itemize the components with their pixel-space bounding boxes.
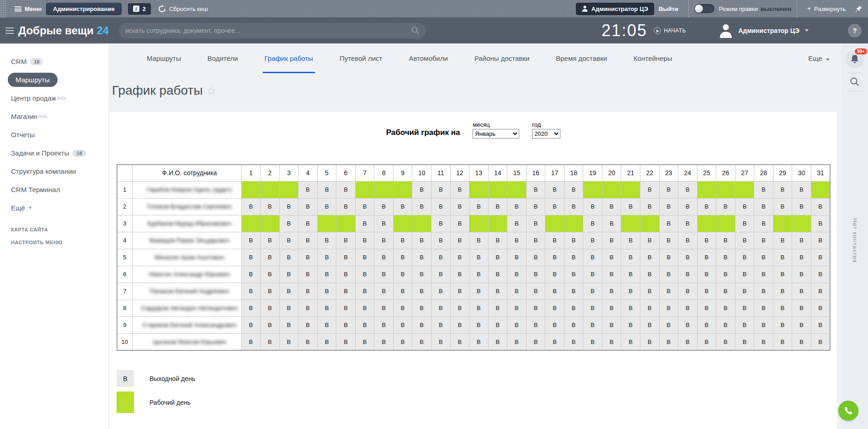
day-cell-off[interactable]: В: [564, 232, 583, 249]
day-cell-off[interactable]: В: [754, 283, 773, 300]
sidebar-item-отчеты[interactable]: Отчеты: [11, 128, 35, 142]
logout-button[interactable]: Выйти: [659, 5, 678, 12]
day-cell-off[interactable]: В: [678, 249, 698, 266]
day-cell-off[interactable]: В: [279, 333, 298, 350]
sidebar-item-магазин[interactable]: Магазинbeta: [11, 109, 47, 123]
day-cell-off[interactable]: В: [507, 316, 527, 333]
day-cell-off[interactable]: В: [450, 283, 469, 300]
day-cell-off[interactable]: В: [754, 333, 773, 350]
day-cell-off[interactable]: В: [583, 300, 602, 316]
day-cell-off[interactable]: В: [374, 283, 394, 300]
day-cell-off[interactable]: В: [659, 266, 678, 283]
notifications-button[interactable]: 99+: [846, 50, 864, 68]
day-cell-off[interactable]: В: [261, 333, 280, 350]
day-cell-off[interactable]: В: [716, 316, 735, 333]
day-cell-off[interactable]: В: [317, 316, 336, 333]
day-cell-off[interactable]: В: [545, 316, 564, 333]
day-cell-off[interactable]: В: [792, 316, 811, 333]
day-cell-off[interactable]: В: [640, 333, 659, 350]
day-cell-off[interactable]: В: [526, 181, 545, 198]
day-cell-off[interactable]: В: [431, 249, 450, 266]
day-cell-work[interactable]: [469, 181, 489, 198]
day-cell-off[interactable]: В: [792, 300, 811, 316]
day-cell-off[interactable]: В: [792, 181, 811, 198]
sidebar-item-центр-продаж[interactable]: Центр продажbeta: [11, 91, 66, 105]
day-cell-off[interactable]: В: [583, 198, 602, 215]
day-cell-off[interactable]: В: [393, 249, 412, 266]
day-cell-work[interactable]: [241, 215, 261, 232]
day-cell-off[interactable]: В: [583, 316, 602, 333]
day-cell-off[interactable]: В: [659, 283, 678, 300]
day-cell-off[interactable]: В: [450, 249, 469, 266]
day-cell-off[interactable]: В: [450, 181, 469, 198]
day-cell-off[interactable]: В: [469, 249, 489, 266]
tab-путевой-лист[interactable]: Путевой лист: [340, 54, 383, 73]
day-cell-off[interactable]: В: [526, 283, 545, 300]
day-cell-off[interactable]: В: [355, 266, 374, 283]
day-cell-off[interactable]: В: [298, 283, 318, 300]
day-cell-work[interactable]: [412, 215, 431, 232]
day-cell-off[interactable]: В: [450, 266, 469, 283]
day-cell-off[interactable]: В: [773, 249, 792, 266]
day-cell-off[interactable]: В: [545, 333, 564, 350]
day-cell-off[interactable]: В: [393, 283, 412, 300]
global-search[interactable]: [119, 23, 426, 38]
day-cell-off[interactable]: В: [450, 215, 469, 232]
day-cell-off[interactable]: В: [621, 333, 640, 350]
drag-handle[interactable]: [0, 0, 6, 17]
day-cell-off[interactable]: В: [640, 181, 659, 198]
tab-more[interactable]: Еще: [808, 54, 830, 73]
day-cell-off[interactable]: В: [488, 232, 507, 249]
day-cell-off[interactable]: В: [393, 266, 412, 283]
day-cell-off[interactable]: В: [336, 300, 356, 316]
day-cell-off[interactable]: В: [697, 283, 716, 300]
sidebar-item-crm-терминал[interactable]: CRM Терминал: [11, 182, 60, 197]
day-cell-off[interactable]: В: [355, 232, 374, 249]
day-cell-off[interactable]: В: [564, 198, 583, 215]
admin-user-button[interactable]: Администратор ЦЭ: [576, 3, 654, 15]
day-cell-off[interactable]: В: [602, 232, 621, 249]
day-cell-off[interactable]: В: [659, 181, 678, 198]
day-cell-off[interactable]: В: [564, 266, 583, 283]
day-cell-work[interactable]: [545, 215, 564, 232]
day-cell-off[interactable]: В: [279, 232, 298, 249]
day-cell-off[interactable]: В: [735, 316, 754, 333]
day-cell-off[interactable]: В: [374, 333, 394, 350]
day-cell-off[interactable]: В: [716, 300, 735, 316]
day-cell-off[interactable]: В: [431, 215, 450, 232]
day-cell-off[interactable]: В: [545, 300, 564, 316]
sidebar-footer-link[interactable]: НАСТРОИТЬ МЕНЮ: [11, 240, 108, 245]
sidebar-footer-link[interactable]: КАРТА САЙТА: [11, 227, 108, 232]
day-cell-off[interactable]: В: [773, 181, 792, 198]
day-cell-off[interactable]: В: [507, 249, 527, 266]
day-cell-off[interactable]: В: [602, 198, 621, 215]
day-cell-off[interactable]: В: [621, 283, 640, 300]
day-cell-off[interactable]: В: [659, 215, 678, 232]
day-cell-work[interactable]: [261, 215, 280, 232]
day-cell-off[interactable]: В: [811, 300, 830, 316]
day-cell-off[interactable]: В: [298, 232, 318, 249]
pin-icon[interactable]: [855, 5, 863, 13]
expand-button[interactable]: Развернуть: [807, 5, 846, 12]
day-cell-off[interactable]: В: [716, 249, 735, 266]
day-cell-off[interactable]: В: [317, 300, 336, 316]
day-cell-off[interactable]: В: [431, 300, 450, 316]
day-cell-off[interactable]: В: [583, 283, 602, 300]
day-cell-off[interactable]: В: [735, 232, 754, 249]
day-cell-off[interactable]: В: [469, 333, 489, 350]
day-cell-off[interactable]: В: [545, 198, 564, 215]
day-cell-off[interactable]: В: [678, 333, 698, 350]
day-cell-off[interactable]: В: [792, 333, 811, 350]
day-cell-off[interactable]: В: [374, 215, 394, 232]
day-cell-work[interactable]: [621, 215, 640, 232]
tab-автомобили[interactable]: Автомобили: [409, 54, 447, 73]
day-cell-off[interactable]: В: [298, 300, 318, 316]
day-cell-off[interactable]: В: [545, 249, 564, 266]
day-cell-off[interactable]: В: [640, 232, 659, 249]
day-cell-off[interactable]: В: [469, 300, 489, 316]
day-cell-off[interactable]: В: [735, 333, 754, 350]
day-cell-off[interactable]: В: [602, 300, 621, 316]
day-cell-off[interactable]: В: [602, 249, 621, 266]
day-cell-off[interactable]: В: [678, 300, 698, 316]
day-cell-off[interactable]: В: [261, 249, 280, 266]
